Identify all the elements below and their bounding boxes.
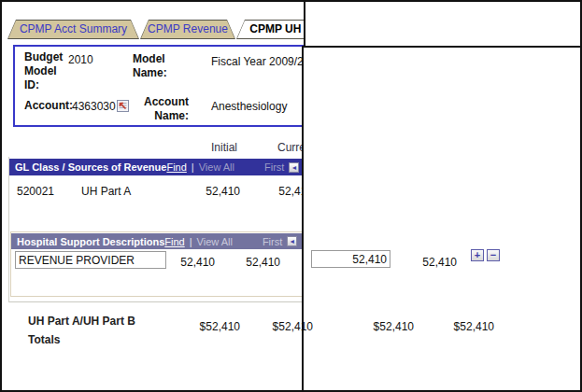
- hospital-support-nav: Find | View All First ◄ 1 of 1 ► Last: [164, 46, 582, 392]
- view-all-link[interactable]: View All: [197, 236, 233, 247]
- account-label: Account:: [24, 99, 73, 113]
- gl-class-section-title: GL Class / Sources of Revenue: [15, 161, 166, 173]
- gl-account-code: 520021: [17, 185, 54, 198]
- hospital-description-input[interactable]: [15, 251, 166, 269]
- find-link[interactable]: Find: [164, 236, 184, 247]
- first-link[interactable]: First: [263, 236, 282, 247]
- budget-model-id-value: 2010: [68, 53, 93, 66]
- nav-separator: |: [190, 236, 192, 247]
- hospital-initial-value: 52,410: [149, 256, 215, 269]
- cpmp-uh-revenue-page: CPMP Acct Summary CPMP Revenue CPMP UH R…: [0, 0, 582, 392]
- totals-label-line2: Totals: [28, 333, 60, 346]
- totals-label-line1: UH Part A/UH Part B: [28, 315, 135, 328]
- totals-proposed-value: $52,410: [348, 320, 414, 333]
- tab-label: CPMP Acct Summary: [7, 20, 139, 38]
- account-value: 4363030: [72, 100, 116, 113]
- totals-outyear-value: $52,410: [429, 320, 494, 333]
- add-row-button[interactable]: +: [471, 249, 484, 261]
- hospital-current-value: 52,410: [215, 256, 280, 269]
- row-count-indicator: 1 of 1: [302, 46, 582, 392]
- gl-account-description: UH Part A: [81, 185, 131, 198]
- hospital-support-section-bar: Hospital Support Descriptions Find | Vie…: [11, 233, 511, 249]
- remove-row-button[interactable]: −: [487, 249, 500, 261]
- budget-model-id-label: Budget Model ID:: [24, 50, 73, 92]
- hospital-outyear-value: 52,410: [391, 256, 457, 269]
- previous-row-icon[interactable]: ◄: [287, 236, 297, 246]
- totals-current-value: $52,410: [248, 320, 313, 333]
- account-transfer-icon[interactable]: [117, 99, 129, 116]
- hospital-support-section-title: Hospital Support Descriptions: [17, 236, 164, 247]
- hospital-proposed-input[interactable]: [311, 250, 390, 268]
- tab-cpmp-acct-summary[interactable]: CPMP Acct Summary: [7, 20, 139, 39]
- totals-initial-value: $52,410: [175, 320, 240, 333]
